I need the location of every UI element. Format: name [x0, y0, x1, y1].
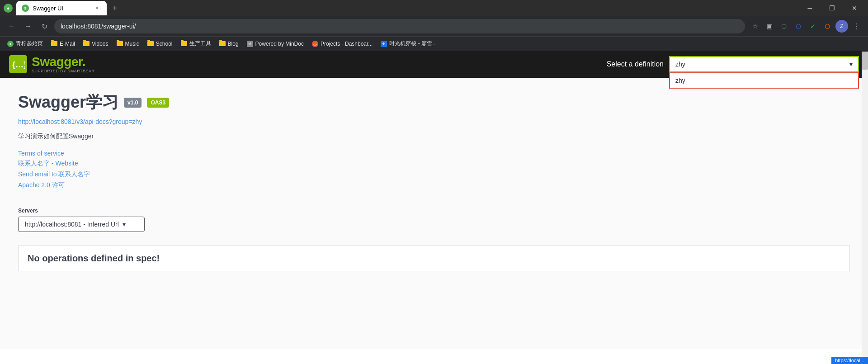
- chevron-down-icon: ▾: [849, 61, 853, 68]
- version-badge: v1.0: [124, 98, 142, 108]
- bookmark-mindoc[interactable]: M Powered by MinDoc: [243, 39, 307, 49]
- refresh-button[interactable]: ↻: [38, 20, 51, 33]
- definition-select-button[interactable]: zhy ▾: [669, 56, 859, 72]
- oas3-badge: OAS3: [147, 98, 169, 108]
- bookmark-timemachine[interactable]: ✈ 时光机穿梭 - 廖雪...: [377, 38, 440, 49]
- bookmark-projects[interactable]: 🦊 Projects - Dashboar...: [308, 39, 376, 49]
- minimize-button[interactable]: ─: [800, 0, 820, 16]
- projects-icon: 🦊: [312, 41, 318, 47]
- definition-option-zhy[interactable]: zhy: [670, 73, 858, 88]
- screen-cast-icon[interactable]: ▣: [763, 20, 776, 33]
- bookmark-label: Blog: [228, 41, 239, 47]
- folder-icon: [83, 41, 90, 46]
- swagger-logo-icon: {…}: [9, 55, 27, 73]
- active-tab[interactable]: S Swagger UI ×: [16, 1, 107, 15]
- definition-dropdown: zhy: [669, 72, 859, 89]
- bookmark-label: School: [156, 41, 173, 47]
- servers-label: Servers: [18, 208, 850, 214]
- bookmark-qingli[interactable]: ● 青柠起始页: [4, 38, 47, 49]
- bookmark-label: Videos: [92, 41, 108, 47]
- back-button[interactable]: ←: [5, 20, 18, 33]
- restore-button[interactable]: ❐: [822, 0, 842, 16]
- tab-close-button[interactable]: ×: [93, 4, 101, 12]
- folder-icon: [181, 41, 187, 46]
- browser-chrome: ● S Swagger UI × + ─ ❐ ✕ ← → ↻ ☆ ▣ ⬡ ⬡ ✓…: [0, 0, 868, 51]
- bookmark-label: 青柠起始页: [16, 40, 43, 47]
- api-title-row: Swagger学习 v1.0 OAS3: [18, 91, 850, 113]
- servers-select-button[interactable]: http://localhost:8081 - Inferred Url ▾: [18, 217, 145, 232]
- tab-bar: ● S Swagger UI × + ─ ❐ ✕: [0, 0, 868, 16]
- swagger-name: Swagger.: [32, 56, 95, 68]
- api-links: Terms of service 联系人名字 - Website Send em…: [18, 150, 850, 189]
- swagger-logo-text: Swagger. Supported by SMARTBEAR: [32, 56, 95, 73]
- extension-icon1[interactable]: ⬡: [778, 20, 790, 33]
- menu-button[interactable]: ⋮: [850, 20, 863, 33]
- close-button[interactable]: ✕: [844, 0, 864, 16]
- extension-icon4[interactable]: ⬡: [821, 20, 834, 33]
- no-operations-banner: No operations defined in spec!: [18, 246, 850, 271]
- definition-selected-value: zhy: [675, 61, 685, 68]
- bookmark-label: 生产工具: [189, 40, 211, 47]
- folder-icon: [117, 41, 123, 46]
- definition-dropdown-wrapper: zhy ▾ zhy: [669, 56, 859, 72]
- no-operations-text: No operations defined in spec!: [28, 253, 160, 263]
- tab-title: Swagger UI: [33, 5, 63, 12]
- qingli-icon: ●: [7, 41, 14, 47]
- window-controls: ─ ❐ ✕: [800, 0, 864, 16]
- swagger-logo: {…} Swagger. Supported by SMARTBEAR: [9, 55, 95, 73]
- servers-section: Servers http://localhost:8081 - Inferred…: [18, 208, 850, 232]
- bookmark-tools[interactable]: 生产工具: [177, 38, 215, 49]
- swagger-header: {…} Swagger. Supported by SMARTBEAR Sele…: [0, 51, 868, 78]
- folder-icon: [147, 41, 154, 46]
- api-description: 学习演示如何配置Swagger: [18, 132, 850, 141]
- bookmark-label: Projects - Dashboar...: [321, 41, 373, 47]
- extension-icon2[interactable]: ⬡: [792, 20, 805, 33]
- bookmark-email[interactable]: E-Mail: [47, 39, 79, 49]
- address-bar: ← → ↻ ☆ ▣ ⬡ ⬡ ✓ ⬡ Z ⋮: [0, 16, 868, 36]
- bookmarks-bar: ● 青柠起始页 E-Mail Videos Music School 生产工具 …: [0, 36, 868, 51]
- timemachine-icon: ✈: [381, 41, 387, 47]
- bookmark-label: Music: [125, 41, 139, 47]
- folder-icon: [51, 41, 57, 46]
- star-icon[interactable]: ☆: [749, 20, 761, 33]
- folder-icon: [219, 41, 226, 46]
- toolbar-icons: ☆ ▣ ⬡ ⬡ ✓ ⬡ Z ⋮: [749, 20, 863, 33]
- api-title: Swagger学习: [18, 91, 118, 113]
- terms-of-service-link[interactable]: Terms of service: [18, 150, 850, 157]
- bookmark-label: 时光机穿梭 - 廖雪...: [389, 40, 437, 47]
- servers-selected-value: http://localhost:8081 - Inferred Url: [25, 221, 119, 228]
- bookmark-music[interactable]: Music: [113, 39, 143, 49]
- swagger-powered-by: Supported by SMARTBEAR: [32, 69, 95, 73]
- address-input[interactable]: [54, 19, 745, 33]
- main-content: Swagger学习 v1.0 OAS3 http://localhost:808…: [0, 78, 868, 349]
- forward-button[interactable]: →: [22, 20, 34, 33]
- send-email-link[interactable]: Send email to 联系人名字: [18, 170, 850, 179]
- bookmark-blog[interactable]: Blog: [216, 39, 242, 49]
- api-url-link[interactable]: http://localhost:8081/v3/api-docs?group=…: [18, 118, 850, 125]
- servers-chevron-icon: ▾: [123, 221, 126, 228]
- select-definition-label: Select a definition: [607, 60, 664, 68]
- bookmark-videos[interactable]: Videos: [80, 39, 112, 49]
- browser-icon: ●: [4, 4, 13, 13]
- new-tab-button[interactable]: +: [108, 2, 121, 14]
- bookmark-label: E-Mail: [60, 41, 75, 47]
- bookmark-label: Powered by MinDoc: [255, 41, 304, 47]
- mindoc-icon: M: [247, 41, 253, 47]
- tab-favicon: S: [22, 5, 29, 12]
- license-link[interactable]: Apache 2.0 许可: [18, 181, 850, 189]
- profile-button[interactable]: Z: [835, 20, 848, 33]
- extension-icon3[interactable]: ✓: [807, 20, 819, 33]
- svg-text:{…}: {…}: [12, 60, 25, 69]
- bookmark-school[interactable]: School: [144, 39, 176, 49]
- scrollbar-thumb[interactable]: [862, 52, 868, 70]
- contact-website-link[interactable]: 联系人名字 - Website: [18, 160, 850, 168]
- scrollbar-track[interactable]: [862, 52, 868, 349]
